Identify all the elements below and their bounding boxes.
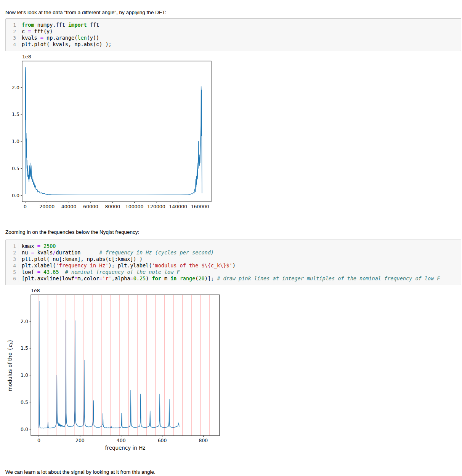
code-line: 4plt.plot( kvals, np.abs(c) ); [6, 41, 461, 48]
conclusion-paragraph: We can learn a lot about the signal by l… [5, 469, 156, 475]
y-tick-label: 0.0 [12, 193, 19, 198]
line-number: 1 [6, 22, 19, 28]
axes-frame [22, 61, 211, 202]
code-line: 2nu = kvals/duration # frequency in Hz (… [6, 249, 461, 256]
line-number: 6 [6, 275, 19, 282]
x-tick-label: 140000 [169, 204, 187, 209]
y-tick-label: 2.0 [21, 318, 28, 324]
code-line: 1from numpy.fft import fft [6, 22, 461, 28]
x-tick-label: 100000 [125, 204, 144, 209]
y-tick-label: 0.5 [12, 166, 19, 171]
x-tick-label: 400 [117, 437, 126, 443]
y-axis-label: modulus of the {ck} [7, 339, 14, 391]
line-number: 5 [6, 269, 19, 275]
spectrum-chart: 02004006008000.00.51.01.52.01e8frequency… [0, 288, 236, 456]
y-tick-label: 1.5 [21, 345, 28, 351]
y-tick-label: 0.0 [21, 426, 28, 432]
x-tick-label: 120000 [147, 204, 165, 209]
x-tick-label: 0 [37, 437, 40, 443]
axis-offset-label: 1e8 [22, 54, 31, 60]
code-text: kmax = 2500 [22, 243, 56, 249]
code-text: c = fft(y) [22, 28, 53, 35]
code-text: nu = kvals/duration # frequency in Hz (c… [22, 249, 214, 256]
code-text: plt.plot( nu[:kmax], np.abs(c[:kmax]) ) [22, 256, 143, 262]
line-number: 4 [6, 41, 19, 48]
code-text: [plt.axvline(lowf*m,color='r',alpha=0.25… [22, 275, 440, 282]
code-line: 5lowf = 43.65 # nominal frequency of the… [6, 269, 461, 275]
line-number: 3 [6, 256, 19, 262]
intro-paragraph: Now let's look at the data "from a diffe… [5, 9, 166, 16]
code-line: 3plt.plot( nu[:kmax], np.abs(c[:kmax]) ) [6, 256, 461, 262]
zooming-paragraph: Zooming in on the frequencies below the … [5, 229, 139, 235]
code-cell-dft: 1from numpy.fft import fft2c = fft(y)3kv… [5, 18, 461, 51]
code-line: 2c = fft(y) [6, 28, 461, 35]
code-line: 4plt.xlabel('frequency in Hz'); plt.ylab… [6, 262, 461, 269]
code-line: 3kvals = np.arange(len(y)) [6, 35, 461, 41]
x-tick-label: 20000 [39, 204, 55, 209]
axis-offset-label: 1e8 [31, 288, 40, 293]
code-text: plt.xlabel('frequency in Hz'); plt.ylabe… [22, 262, 236, 269]
x-tick-label: 80000 [105, 204, 120, 209]
line-number: 2 [6, 28, 19, 35]
line-number: 2 [6, 249, 19, 256]
y-tick-label: 0.5 [21, 399, 28, 405]
x-tick-label: 0 [24, 204, 27, 209]
dft-magnitude-series-line [25, 68, 202, 195]
y-tick-label: 2.0 [12, 85, 19, 90]
code-text: from numpy.fft import fft [22, 22, 99, 28]
code-text: kvals = np.arange(len(y)) [22, 35, 99, 41]
notebook-page: Now let's look at the data "from a diffe… [0, 0, 462, 476]
x-tick-label: 40000 [61, 204, 77, 209]
y-tick-label: 1.0 [12, 138, 19, 144]
code-text: plt.plot( kvals, np.abs(c) ); [22, 41, 112, 48]
x-tick-label: 160000 [191, 204, 209, 209]
code-text: lowf = 43.65 # nominal frequency of the … [22, 269, 180, 275]
line-number: 3 [6, 35, 19, 41]
code-line: 1kmax = 2500 [6, 243, 461, 249]
code-cell-zoom: 1kmax = 25002nu = kvals/duration # frequ… [5, 240, 461, 285]
x-tick-label: 200 [75, 437, 85, 443]
y-tick-label: 1.0 [21, 372, 28, 378]
spectrum-below-nyquist-series-line [39, 301, 179, 428]
line-number: 1 [6, 243, 19, 249]
x-tick-label: 800 [199, 437, 208, 443]
line-number: 4 [6, 262, 19, 269]
x-tick-label: 60000 [83, 204, 98, 209]
x-axis-label: frequency in Hz [105, 445, 146, 451]
y-tick-label: 1.5 [12, 111, 19, 117]
x-tick-label: 600 [158, 437, 167, 443]
code-line: 6[plt.axvline(lowf*m,color='r',alpha=0.2… [6, 275, 461, 282]
dft-magnitude-chart: 0200004000060000800001000001200001400001… [0, 53, 230, 213]
